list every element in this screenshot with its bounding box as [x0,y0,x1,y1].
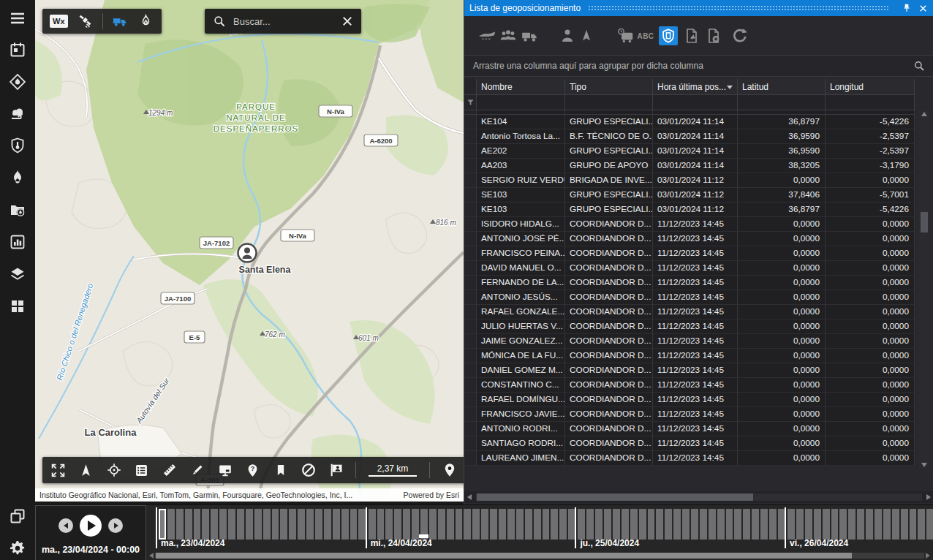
scrollbar-thumb[interactable] [921,212,928,232]
timeline-hour-bar[interactable] [857,509,864,540]
timeline-hour-bar[interactable] [254,509,262,540]
timeline-hour-bar[interactable] [613,509,620,540]
column-header[interactable]: Tipo [565,79,653,95]
timeline-hour-bar[interactable] [315,509,322,540]
timeline-hour-bar[interactable] [875,509,882,540]
timeline-hour-bar[interactable] [385,509,393,540]
timeline-hour-bar[interactable] [194,509,201,540]
pin-icon[interactable] [441,462,458,479]
shield-button[interactable] [659,26,678,45]
table-row[interactable]: FRANCISCO PEINA...COORDIANDOR D...11/12/… [464,246,915,261]
layers-icon[interactable] [9,265,26,283]
table-row[interactable]: AE202GRUPO ESPECIALI...03/01/2024 11:143… [464,144,915,159]
satellite-icon[interactable] [77,13,94,30]
timeline-hour-bar[interactable] [717,509,725,540]
expand-icon[interactable] [50,462,67,479]
table-row[interactable]: LAUREANO JIMEN...COORDIANDOR D...11/12/2… [464,451,915,466]
table-row[interactable]: FRANCISCO JAVIE...COORDIANDOR D...11/12/… [464,407,915,422]
filter-cell[interactable] [826,95,915,110]
timeline-hour-bar[interactable] [595,509,603,540]
table-row[interactable]: SANTIAGO RODRI...COORDIANDOR D...11/12/2… [464,436,915,451]
timeline-hour-bar[interactable] [394,509,401,540]
people-group-icon[interactable] [499,26,518,45]
table-row[interactable]: JULIO HUERTAS V...COORDIANDOR D...11/12/… [464,319,915,334]
timeline-hour-bar[interactable] [752,509,759,540]
doc-id-icon[interactable]: D [704,26,723,45]
timeline-hour-bar[interactable] [159,509,166,540]
filter-icon[interactable] [464,95,477,110]
scroll-up-arrow[interactable] [921,112,927,116]
timeline-hour-bar[interactable] [272,509,279,540]
vertical-scrollbar[interactable] [919,110,929,469]
timeline-hour-bar[interactable] [848,509,855,540]
scroll-right-arrow[interactable] [926,494,931,500]
north-arrow-icon[interactable] [78,462,94,479]
timeline-hour-bar[interactable] [814,509,821,540]
scroll-left-arrow[interactable] [467,494,472,500]
timeline-hour-bar[interactable] [176,509,184,540]
timeline-hour-bar[interactable] [403,509,410,540]
timeline-hour-bar[interactable] [604,509,611,540]
filter-cell[interactable] [477,95,565,110]
close-icon[interactable] [917,2,929,14]
timeline-hour-bar[interactable] [866,509,873,540]
scrollbar-thumb[interactable] [156,553,852,559]
column-header[interactable]: Longitud [826,79,915,95]
flag-person-icon[interactable] [328,462,344,479]
table-row[interactable]: KE103GRUPO ESPECIALI...03/01/2024 11:123… [464,203,915,217]
column-header-sorted[interactable]: Hora última pos... [653,79,738,95]
timeline-hour-bar[interactable] [350,509,358,540]
dock-grip[interactable] [588,5,889,11]
timeline-hour-bar[interactable] [211,509,218,540]
timeline-hour-bar[interactable] [377,509,385,540]
timeline-hour-bar[interactable] [472,509,480,540]
table-row[interactable]: AA203GRUPO DE APOYO03/01/2024 11:1438,32… [464,159,915,173]
timeline-hour-bar[interactable] [839,509,847,540]
scrollbar-thumb[interactable] [477,493,753,501]
timeline-hour-bar[interactable] [490,509,497,540]
map-canvas[interactable]: Río Magaña Río Chico o del Renegadero Au… [35,0,464,502]
timeline-hour-bar[interactable] [787,509,795,540]
wx-button[interactable]: Wx [50,15,68,28]
table-row[interactable]: ANTONIO JESÚS...COORDIANDOR D...11/12/20… [464,290,915,305]
timeline-hour-bar[interactable] [918,509,925,540]
timeline-hour-bar[interactable] [760,509,768,540]
shield-thermometer-icon[interactable] [9,137,26,154]
table-row[interactable]: RAFAEL GONZALE...COORDIANDOR D...11/12/2… [464,305,915,319]
locate-icon[interactable] [105,462,122,479]
timeline-hour-bar[interactable] [769,509,777,540]
search-icon[interactable] [911,58,927,74]
timeline-hour-bar[interactable] [219,509,227,540]
pin-icon[interactable] [901,2,913,14]
timeline-hour-bar[interactable] [926,509,933,540]
table-row[interactable]: Antonio Tortosa La...B.F. TÉCNICO DE O..… [464,129,915,144]
table-row[interactable]: ANTONIO RODRI...COORDIANDOR D...11/12/20… [464,422,915,436]
timeline-hour-bar[interactable] [743,509,750,540]
navigation-arrow-icon[interactable] [577,26,596,45]
table-row[interactable]: ANTONIO JOSÉ PÉ...COORDIANDOR D...11/12/… [464,232,915,246]
timeline-hour-bar[interactable] [280,509,287,540]
timeline-hour-bar[interactable] [734,509,741,540]
timeline-hour-bar[interactable] [622,509,629,540]
timeline-hour-bar[interactable] [805,509,812,540]
timeline-hour-bar[interactable] [709,509,716,540]
person-marker[interactable] [238,244,257,262]
timeline-hour-bar[interactable] [578,509,585,540]
timeline-hour-bar[interactable] [665,509,672,540]
filter-cell[interactable] [565,95,653,110]
timeline-scrollbar[interactable] [146,550,933,560]
timeline-hour-bar[interactable] [228,509,235,540]
map-view[interactable]: Río Magaña Río Chico o del Renegadero Au… [35,0,464,502]
timeline-hour-bar[interactable] [639,509,646,540]
filter-cell[interactable] [738,95,826,110]
timeline-hour-bar[interactable] [237,509,244,540]
timeline-hour-bar[interactable] [516,509,524,540]
timeline-hour-bar[interactable] [263,509,271,540]
table-row[interactable]: SERGIO RUIZ VERDÚBRIGADA DE INVE...03/01… [464,173,915,188]
table-row[interactable]: JAIME GONZALEZ...COORDIANDOR D...11/12/2… [464,334,915,349]
timeline-hour-bar[interactable] [883,509,891,540]
timeline-hour-bar[interactable] [246,509,253,540]
timeline-hour-bar[interactable] [507,509,515,540]
ruler-icon[interactable] [161,462,178,479]
timeline-hour-bar[interactable] [167,509,175,540]
